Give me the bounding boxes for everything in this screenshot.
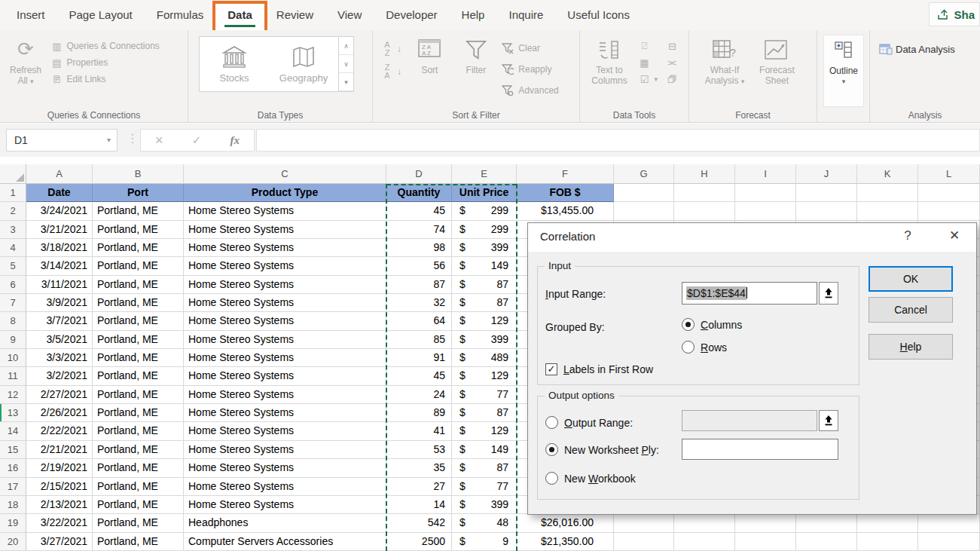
cell-k1[interactable] <box>857 184 918 202</box>
data-validation-button[interactable]: ☑▾ <box>637 71 658 87</box>
outline-button[interactable]: Outline ▾ <box>823 35 864 107</box>
cell-d20[interactable]: 2500 <box>386 533 452 551</box>
row-header-14[interactable]: 14 <box>0 422 26 440</box>
row-header-17[interactable]: 17 <box>0 478 26 496</box>
output-range-radio[interactable]: Output Range: <box>545 416 633 429</box>
cell-j19[interactable] <box>796 514 857 532</box>
column-header-d[interactable]: D <box>386 164 452 184</box>
cell-a10[interactable]: 3/3/2021 <box>26 349 93 367</box>
cell-l19[interactable] <box>918 514 980 532</box>
cell-e16[interactable]: $87 <box>452 459 517 477</box>
cell-b19[interactable]: Portland, ME <box>93 514 184 532</box>
cell-h2[interactable] <box>674 202 735 220</box>
cell-a20[interactable]: 3/27/2021 <box>26 533 93 551</box>
row-header-5[interactable]: 5 <box>0 257 26 275</box>
cell-b3[interactable]: Portland, ME <box>93 221 184 239</box>
formula-input[interactable] <box>256 129 980 152</box>
output-range-picker-button[interactable] <box>819 410 838 431</box>
row-header-11[interactable]: 11 <box>0 367 26 385</box>
row-header-8[interactable]: 8 <box>0 312 26 330</box>
cell-b18[interactable]: Portland, ME <box>93 496 184 514</box>
cell-c3[interactable]: Home Stereo Systems <box>184 221 386 239</box>
cell-d12[interactable]: 24 <box>386 386 452 404</box>
cell-i19[interactable] <box>735 514 796 532</box>
name-box[interactable]: D1 ▾ <box>6 129 118 152</box>
cell-b8[interactable]: Portland, ME <box>93 312 184 330</box>
cell-a7[interactable]: 3/9/2021 <box>26 294 93 312</box>
stocks-button[interactable]: Stocks <box>200 37 269 91</box>
cell-a4[interactable]: 3/18/2021 <box>26 239 93 257</box>
cell-d10[interactable]: 91 <box>386 349 452 367</box>
cell-a5[interactable]: 3/14/2021 <box>26 257 93 275</box>
cell-c19[interactable]: Headphones <box>184 514 386 532</box>
cell-c17[interactable]: Home Stereo Systems <box>184 478 386 496</box>
sort-ascending-button[interactable]: AZ↓ <box>380 38 408 60</box>
row-header-15[interactable]: 15 <box>0 441 26 459</box>
input-range-picker-button[interactable] <box>819 282 838 305</box>
cell-i2[interactable] <box>735 202 796 220</box>
flash-fill-button[interactable]: ⍁ <box>637 38 658 54</box>
text-to-columns-button[interactable]: Text to Columns <box>586 35 633 107</box>
row-header-1[interactable]: 1 <box>0 184 26 202</box>
cell-e15[interactable]: $149 <box>452 441 517 459</box>
cell-d4[interactable]: 98 <box>386 239 452 257</box>
dialog-help-icon[interactable]: ? <box>898 228 917 243</box>
cell-e1[interactable]: Unit Price <box>452 184 517 202</box>
tab-developer[interactable]: Developer <box>374 0 449 30</box>
cell-f1[interactable]: FOB $ <box>517 184 614 202</box>
cell-b16[interactable]: Portland, ME <box>93 459 184 477</box>
cell-b15[interactable]: Portland, ME <box>93 441 184 459</box>
dialog-title-bar[interactable]: Correlation ? ✕ <box>528 223 976 252</box>
cell-e12[interactable]: $77 <box>452 386 517 404</box>
cell-a8[interactable]: 3/7/2021 <box>26 312 93 330</box>
cell-b11[interactable]: Portland, ME <box>93 367 184 385</box>
row-header-16[interactable]: 16 <box>0 459 26 477</box>
cell-j20[interactable] <box>796 533 857 551</box>
cell-k19[interactable] <box>857 514 918 532</box>
cell-i20[interactable] <box>735 533 796 551</box>
cell-c16[interactable]: Home Stereo Systems <box>184 459 386 477</box>
cell-a3[interactable]: 3/21/2021 <box>26 221 93 239</box>
cell-d18[interactable]: 14 <box>386 496 452 514</box>
cell-a9[interactable]: 3/5/2021 <box>26 331 93 349</box>
cell-b7[interactable]: Portland, ME <box>93 294 184 312</box>
cell-a17[interactable]: 2/15/2021 <box>26 478 93 496</box>
row-header-9[interactable]: 9 <box>0 331 26 349</box>
cell-i1[interactable] <box>735 184 796 202</box>
cell-a13[interactable]: 2/26/2021 <box>26 404 93 422</box>
cell-g19[interactable] <box>614 514 674 532</box>
select-all-corner[interactable] <box>0 164 26 184</box>
column-header-i[interactable]: I <box>735 164 796 184</box>
cell-c20[interactable]: Computer Servers Accessories <box>184 533 386 551</box>
cell-e11[interactable]: $129 <box>452 367 517 385</box>
cell-j2[interactable] <box>796 202 857 220</box>
tab-insert[interactable]: Insert <box>5 0 57 30</box>
cell-a11[interactable]: 3/2/2021 <box>26 367 93 385</box>
cell-a6[interactable]: 3/11/2021 <box>26 276 93 294</box>
cell-d9[interactable]: 85 <box>386 331 452 349</box>
cell-c15[interactable]: Home Stereo Systems <box>184 441 386 459</box>
forecast-sheet-button[interactable]: Forecast Sheet <box>753 35 801 107</box>
cell-e6[interactable]: $87 <box>452 276 517 294</box>
cell-a18[interactable]: 2/13/2021 <box>26 496 93 514</box>
cell-e9[interactable]: $399 <box>452 331 517 349</box>
cell-l20[interactable] <box>918 533 980 551</box>
data-analysis-button[interactable]: Data Analysis <box>879 39 977 59</box>
tab-page-layout[interactable]: Page Layout <box>57 0 145 30</box>
cell-a14[interactable]: 2/22/2021 <box>26 422 93 440</box>
cell-e17[interactable]: $77 <box>452 478 517 496</box>
cell-c8[interactable]: Home Stereo Systems <box>184 312 386 330</box>
gallery-down-icon[interactable]: ∨ <box>339 55 353 73</box>
cell-c11[interactable]: Home Stereo Systems <box>184 367 386 385</box>
cell-c13[interactable]: Home Stereo Systems <box>184 404 386 422</box>
cell-a16[interactable]: 2/19/2021 <box>26 459 93 477</box>
column-header-j[interactable]: J <box>796 164 857 184</box>
row-header-12[interactable]: 12 <box>0 386 26 404</box>
cell-d5[interactable]: 56 <box>386 257 452 275</box>
cell-b2[interactable]: Portland, ME <box>93 202 184 220</box>
cell-e8[interactable]: $129 <box>452 312 517 330</box>
cell-d7[interactable]: 32 <box>386 294 452 312</box>
cell-f19[interactable]: $26,016.00 <box>517 514 614 532</box>
cell-g1[interactable] <box>614 184 674 202</box>
consolidate-button[interactable]: ⊟ <box>665 38 682 54</box>
